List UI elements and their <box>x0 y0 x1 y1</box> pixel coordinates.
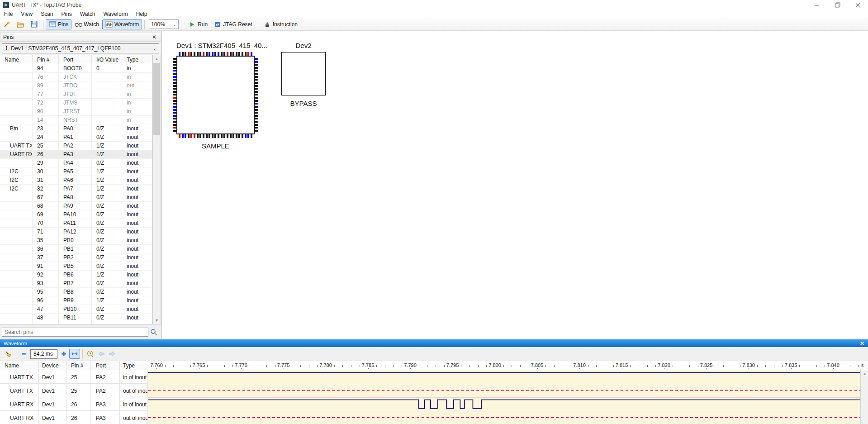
search-pins-input[interactable] <box>2 328 148 337</box>
waveform-column-header[interactable]: Type <box>120 361 148 370</box>
clear-waveform-button[interactable] <box>3 349 14 359</box>
chip-pin[interactable] <box>255 130 258 132</box>
chip-pin[interactable] <box>255 115 258 117</box>
chip-pin[interactable] <box>236 134 237 138</box>
waveform-scrollbar[interactable]: ▲ <box>860 370 868 424</box>
menu-item-file[interactable]: File <box>0 10 17 18</box>
chip-pin[interactable] <box>255 73 258 75</box>
chip-pin[interactable] <box>255 91 258 93</box>
device-selector[interactable]: 1. Dev1 : STM32F405_415_407_417_LQFP100 … <box>2 43 159 53</box>
pin-row-pb12[interactable]: 51PB120/Zinout <box>0 322 152 324</box>
pins-table-scrollbar[interactable]: ▲ ▼ <box>152 55 161 324</box>
scrollbar-thumb[interactable] <box>153 63 160 135</box>
pin-row-pb8[interactable]: 95PB80/Zinout <box>0 288 152 296</box>
waveform-column-header[interactable]: Name <box>0 361 39 370</box>
chip-pin[interactable] <box>173 64 176 66</box>
chip-pin[interactable] <box>190 134 192 138</box>
pin-row-pa6[interactable]: I2C31PA61/Zinout <box>0 176 152 185</box>
pins-column-header[interactable]: Pin # <box>33 55 59 64</box>
pins-column-header[interactable]: Port <box>59 55 92 64</box>
chip-pin[interactable] <box>218 52 219 56</box>
chip-pin[interactable] <box>214 134 216 138</box>
chip-pin[interactable] <box>247 52 249 56</box>
chip-pin[interactable] <box>230 52 232 56</box>
minimize-button[interactable] <box>807 0 827 10</box>
waveform-row-uart-rx-in[interactable]: UART RXDev126PA3in of inout <box>0 397 148 411</box>
chip-pin[interactable] <box>173 61 176 63</box>
pins-panel-close-icon[interactable]: ✕ <box>151 34 158 40</box>
waveform-titlebar[interactable]: Waveform ✕ <box>0 339 868 347</box>
open-project-button[interactable] <box>14 19 27 29</box>
chip-pin[interactable] <box>255 70 258 71</box>
chip-pin[interactable] <box>227 52 228 56</box>
chip-pin[interactable] <box>173 79 176 81</box>
pin-row-pa9[interactable]: 68PA90/Zinout <box>0 202 152 210</box>
chip-pin[interactable] <box>218 134 219 138</box>
chip-pin[interactable] <box>230 134 232 138</box>
chip-pin[interactable] <box>251 134 252 138</box>
chip-pin[interactable] <box>173 97 176 99</box>
pin-row-pa3[interactable]: UART RX26PA31/Zinout <box>0 150 152 159</box>
chip-pin[interactable] <box>173 91 176 93</box>
zoom-in-time-button[interactable] <box>58 349 69 359</box>
chip-pin[interactable] <box>238 134 240 138</box>
pin-row-pb10[interactable]: 47PB100/Zinout <box>0 305 152 314</box>
pin-row-pa11[interactable]: 70PA110/Zinout <box>0 219 152 228</box>
waveform-row-uart-tx-in[interactable]: UART TXDev125PA2in of inout <box>0 370 148 384</box>
chip-pin[interactable] <box>232 52 234 56</box>
chip-pin[interactable] <box>255 94 258 95</box>
chip-pin[interactable] <box>245 52 247 56</box>
chip-pin[interactable] <box>245 134 247 138</box>
pin-row-pb9[interactable]: 96PB91/Zinout <box>0 296 152 305</box>
waveform-column-header[interactable]: Device <box>39 361 66 370</box>
dev2-chip[interactable] <box>281 52 326 95</box>
chip-pin[interactable] <box>203 52 204 56</box>
chip-pin[interactable] <box>255 121 258 123</box>
chip-pin[interactable] <box>206 52 208 56</box>
chip-pin[interactable] <box>185 134 186 138</box>
chip-pin[interactable] <box>173 112 176 114</box>
chip-pin[interactable] <box>203 134 204 138</box>
chip-pin[interactable] <box>214 52 216 56</box>
waveform-column-header[interactable]: Port <box>90 361 120 370</box>
pin-row-pb6[interactable]: 92PB61/Zinout <box>0 271 152 279</box>
waveform-row-uart-tx-out[interactable]: UART TXDev125PA2out of inout <box>0 384 148 397</box>
realtime-capture-button[interactable] <box>85 349 96 359</box>
chip-pin[interactable] <box>255 124 258 126</box>
chip-pin[interactable] <box>242 52 243 56</box>
chip-pin[interactable] <box>255 127 258 129</box>
close-button[interactable] <box>848 0 868 10</box>
chip-pin[interactable] <box>173 109 176 111</box>
chip-pin[interactable] <box>255 64 258 66</box>
pin-row-pb2[interactable]: 37PB20/Zinout <box>0 253 152 262</box>
waveform-row-uart-rx-out[interactable]: UART RXDev126PA3out of inout <box>0 411 148 424</box>
pins-column-header[interactable]: Name <box>0 55 33 64</box>
pin-row-pa10[interactable]: 69PA100/Zinout <box>0 210 152 219</box>
chip-pin[interactable] <box>173 130 176 132</box>
chip-pin[interactable] <box>255 79 258 81</box>
chip-pin[interactable] <box>212 52 213 56</box>
chip-pin[interactable] <box>182 134 184 138</box>
chip-pin[interactable] <box>173 88 176 90</box>
menu-item-help[interactable]: Help <box>132 10 152 18</box>
chip-pin[interactable] <box>194 134 195 138</box>
waveform-close-icon[interactable]: ✕ <box>860 340 864 347</box>
restore-button[interactable] <box>827 0 848 10</box>
pins-panel-titlebar[interactable]: Pins ✕ <box>0 33 161 42</box>
chip-pin[interactable] <box>221 52 223 56</box>
waveform-column-header[interactable]: Pin # <box>66 361 90 370</box>
chip-pin[interactable] <box>251 52 252 56</box>
chip-pin[interactable] <box>179 52 180 56</box>
pin-row-pa2[interactable]: UART TX25PA21/Zinout <box>0 142 152 150</box>
chip-pin[interactable] <box>182 52 184 56</box>
chip-pin[interactable] <box>194 52 195 56</box>
pin-row-pa8[interactable]: 67PA80/Zinout <box>0 193 152 202</box>
chip-pin[interactable] <box>255 112 258 114</box>
chip-pin[interactable] <box>173 124 176 126</box>
pin-row-pa5[interactable]: I2C30PA51/Zinout <box>0 167 152 176</box>
chip-pin[interactable] <box>232 134 234 138</box>
pin-row-pb7[interactable]: 93PB70/Zinout <box>0 279 152 288</box>
chip-pin[interactable] <box>188 134 190 138</box>
fit-width-button[interactable] <box>69 349 80 359</box>
menu-item-scan[interactable]: Scan <box>37 10 57 18</box>
